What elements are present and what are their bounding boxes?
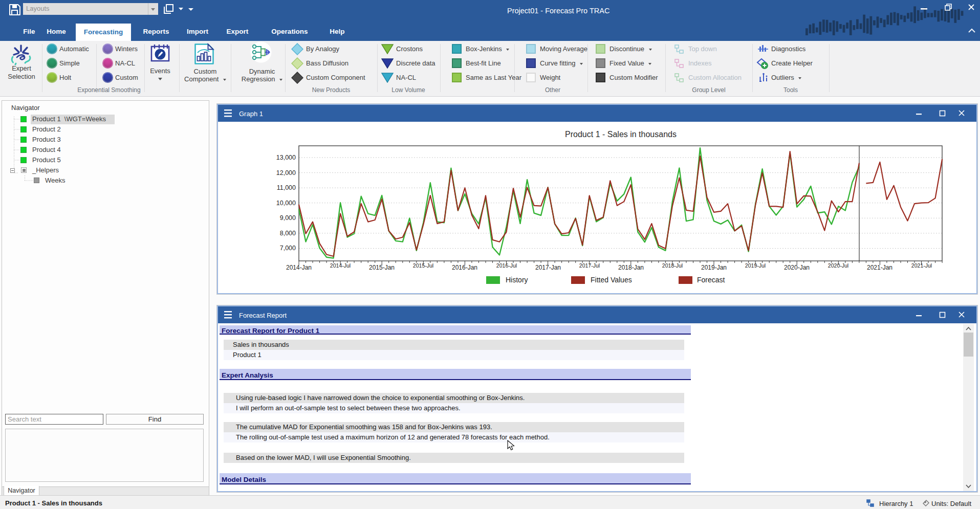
svg-text:Graph 1: Graph 1 — [239, 110, 263, 118]
svg-text:Forecast Report: Forecast Report — [239, 312, 287, 319]
